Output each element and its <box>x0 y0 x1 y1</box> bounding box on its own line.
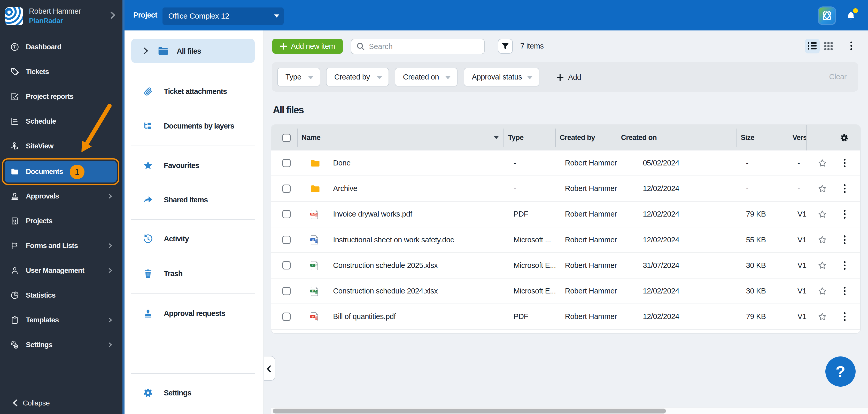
svg-text:X: X <box>312 264 314 267</box>
svg-text:X: X <box>312 290 314 292</box>
svg-text:PDF: PDF <box>311 315 315 318</box>
svg-text:PDF: PDF <box>311 213 315 215</box>
svg-text:W: W <box>312 239 314 241</box>
